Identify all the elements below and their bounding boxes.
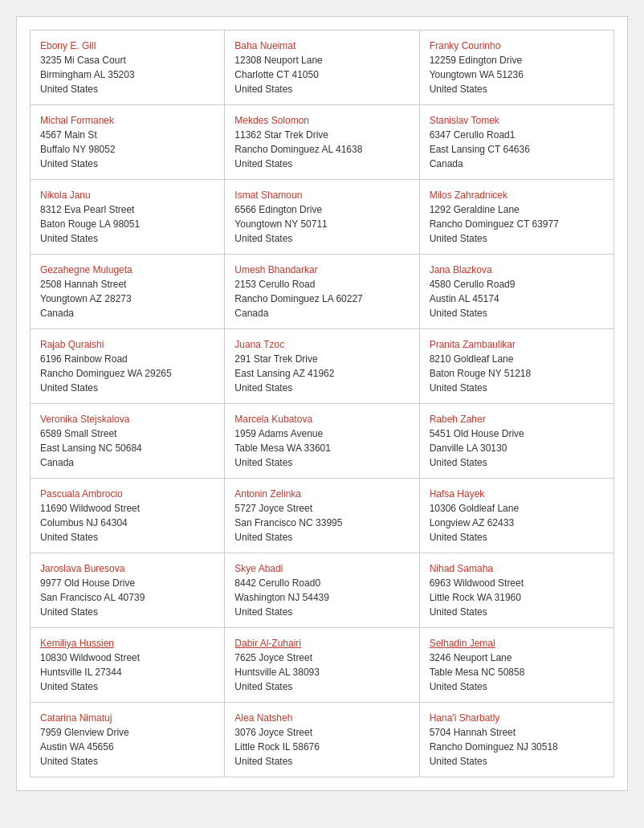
- address-line: 10306 Goldleaf Lane: [430, 501, 604, 516]
- person-name: Jana Blazkova: [430, 263, 604, 277]
- address-line: United States: [40, 381, 214, 395]
- address-line: San Francisco NC 33995: [234, 516, 409, 530]
- address-line: Rancho Dominguez AL 41638: [234, 142, 409, 157]
- address-line: Rancho Dominguez NJ 30518: [430, 740, 604, 754]
- address-line: 11690 Wildwood Street: [40, 501, 214, 516]
- address-line: United States: [40, 530, 214, 545]
- address-line: 8312 Eva Pearl Street: [40, 202, 214, 217]
- person-name: Dabir Al-Zuhairi: [234, 636, 409, 651]
- address-cell: Kemiliya Hussien10830 Wildwood StreetHun…: [31, 628, 225, 703]
- address-line: 7959 Glenview Drive: [40, 725, 214, 740]
- address-cell: Juana Tzoc291 Star Trek DriveEast Lansin…: [225, 329, 419, 404]
- person-name: Pascuala Ambrocio: [40, 487, 214, 501]
- address-cell: Ismat Shamoun6566 Edington DriveYoungtow…: [225, 180, 419, 255]
- address-line: Charlotte CT 41050: [234, 67, 409, 82]
- address-line: United States: [40, 754, 214, 769]
- person-name: Skye Abadi: [234, 561, 409, 576]
- address-line: United States: [430, 754, 604, 769]
- address-cell: Dabir Al-Zuhairi7625 Joyce StreetHuntsvi…: [225, 628, 419, 703]
- address-cell: Selhadin Jemal3246 Neuport LaneTable Mes…: [420, 628, 614, 703]
- person-name: Juana Tzoc: [234, 337, 409, 352]
- address-cell: Rabeh Zaher5451 Old House DriveDanville …: [420, 404, 614, 479]
- address-line: United States: [430, 231, 604, 246]
- address-line: Table Mesa NC 50858: [430, 665, 604, 679]
- address-line: United States: [234, 381, 409, 395]
- address-line: Huntsville IL 27344: [40, 665, 214, 679]
- address-line: United States: [430, 605, 604, 619]
- address-line: 9977 Old House Drive: [40, 576, 214, 590]
- address-cell: Catarina Nimatuj7959 Glenview DriveAusti…: [31, 703, 225, 777]
- person-name: Mekdes Solomon: [234, 113, 409, 128]
- address-line: Little Rock WA 31960: [430, 590, 604, 605]
- person-name: Alea Natsheh: [234, 711, 409, 725]
- address-line: 8442 Cerullo Road0: [234, 576, 409, 590]
- person-name: Gezahegne Mulugeta: [40, 263, 214, 277]
- person-name: Michal Formanek: [40, 113, 214, 128]
- address-line: 6566 Edington Drive: [234, 202, 409, 217]
- address-line: 5451 Old House Drive: [430, 426, 604, 441]
- address-line: United States: [234, 530, 409, 545]
- address-line: Baton Rouge NY 51218: [430, 366, 604, 381]
- address-line: 4567 Main St: [40, 128, 214, 142]
- person-name: Hafsa Hayek: [430, 487, 604, 501]
- address-cell: Hafsa Hayek10306 Goldleaf LaneLongview A…: [420, 479, 614, 553]
- address-line: Austin AL 45174: [430, 292, 604, 306]
- address-line: Baton Rouge LA 98051: [40, 217, 214, 231]
- address-line: United States: [234, 605, 409, 619]
- address-page: Ebony E. Gill3235 Mi Casa CourtBirmingha…: [16, 16, 628, 791]
- address-line: Table Mesa WA 33601: [234, 441, 409, 455]
- address-line: Little Rock IL 58676: [234, 740, 409, 754]
- address-line: Rancho Dominguez LA 60227: [234, 292, 409, 306]
- address-line: United States: [234, 679, 409, 694]
- address-cell: Franky Courinho12259 Edington DriveYoung…: [420, 31, 614, 105]
- address-line: 291 Star Trek Drive: [234, 352, 409, 366]
- person-name: Rabeh Zaher: [430, 412, 604, 426]
- address-cell: Marcela Kubatova1959 Adams AvenueTable M…: [225, 404, 419, 479]
- address-line: East Lansing NC 50684: [40, 441, 214, 455]
- address-line: 3076 Joyce Street: [234, 725, 409, 740]
- address-line: 10830 Wildwood Street: [40, 651, 214, 665]
- address-line: United States: [430, 455, 604, 470]
- address-line: Youngtown WA 51236: [430, 67, 604, 82]
- person-name: Veronika Stejskalova: [40, 412, 214, 426]
- address-line: 1959 Adams Avenue: [234, 426, 409, 441]
- address-line: United States: [234, 157, 409, 171]
- address-line: 3235 Mi Casa Court: [40, 53, 214, 67]
- address-grid: Ebony E. Gill3235 Mi Casa CourtBirmingha…: [30, 30, 614, 777]
- address-line: Youngtown AZ 28273: [40, 292, 214, 306]
- address-line: United States: [234, 754, 409, 769]
- address-line: 6347 Cerullo Road1: [430, 128, 604, 142]
- address-line: United States: [430, 679, 604, 694]
- person-name: Jaroslava Buresova: [40, 561, 214, 576]
- address-cell: Milos Zahradnicek1292 Geraldine LaneRanc…: [420, 180, 614, 255]
- address-line: 6196 Rainbow Road: [40, 352, 214, 366]
- person-name: Catarina Nimatuj: [40, 711, 214, 725]
- address-line: United States: [40, 605, 214, 619]
- address-cell: Pascuala Ambrocio11690 Wildwood StreetCo…: [31, 479, 225, 553]
- person-name: Selhadin Jemal: [430, 636, 604, 651]
- address-cell: Nihad Samaha6963 Wildwood StreetLittle R…: [420, 553, 614, 628]
- address-line: Austin WA 45656: [40, 740, 214, 754]
- address-line: 5727 Joyce Street: [234, 501, 409, 516]
- address-line: United States: [234, 231, 409, 246]
- person-name: Baha Nueimat: [234, 39, 409, 53]
- address-line: 11362 Star Trek Drive: [234, 128, 409, 142]
- address-cell: Rajab Quraishi6196 Rainbow RoadRancho Do…: [31, 329, 225, 404]
- address-line: United States: [430, 306, 604, 320]
- address-cell: Jana Blazkova4580 Cerullo Road9Austin AL…: [420, 255, 614, 329]
- address-line: United States: [40, 82, 214, 96]
- address-line: United States: [430, 381, 604, 395]
- address-line: 4580 Cerullo Road9: [430, 277, 604, 292]
- address-line: United States: [40, 231, 214, 246]
- address-line: Buffalo NY 98052: [40, 142, 214, 157]
- address-line: Danville LA 30130: [430, 441, 604, 455]
- person-name: Nihad Samaha: [430, 561, 604, 576]
- address-line: San Francisco AL 40739: [40, 590, 214, 605]
- address-line: Huntsville AL 38093: [234, 665, 409, 679]
- person-name: Nikola Janu: [40, 188, 214, 202]
- address-cell: Ebony E. Gill3235 Mi Casa CourtBirmingha…: [31, 31, 225, 105]
- address-line: 6589 Small Street: [40, 426, 214, 441]
- address-line: Rancho Dominguez WA 29265: [40, 366, 214, 381]
- address-line: United States: [430, 530, 604, 545]
- address-cell: Michal Formanek4567 Main StBuffalo NY 98…: [31, 105, 225, 180]
